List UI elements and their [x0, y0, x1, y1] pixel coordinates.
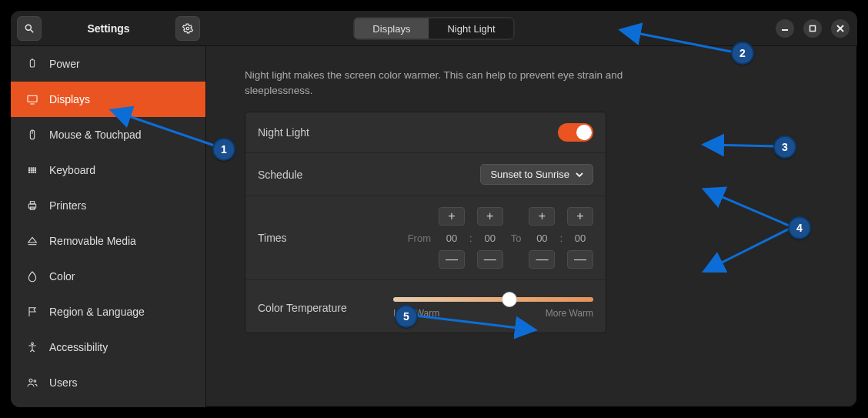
color-temp-slider-wrap: Less Warm More Warm	[370, 297, 593, 319]
hamburger-menu-button[interactable]	[175, 16, 200, 41]
eject-icon	[26, 235, 38, 247]
mouse-icon	[26, 129, 38, 141]
maximize-button[interactable]	[803, 19, 822, 38]
color-temp-label: Color Temperature	[258, 297, 347, 314]
titlebar: Settings Displays Night Light	[11, 11, 857, 46]
svg-point-33	[34, 380, 36, 383]
accessibility-icon	[26, 341, 38, 353]
svg-point-2	[186, 27, 189, 30]
svg-point-0	[25, 25, 31, 30]
from-hour-up[interactable]: +	[439, 207, 465, 226]
from-hour-val: 00	[439, 229, 465, 247]
to-label: To	[511, 232, 522, 244]
slider-thumb[interactable]	[502, 292, 517, 307]
tab-switcher: Displays Night Light	[353, 17, 514, 39]
slider-less-label: Less Warm	[393, 308, 439, 319]
svg-line-1	[31, 29, 34, 32]
search-icon	[24, 23, 35, 34]
svg-marker-28	[28, 237, 37, 242]
search-button[interactable]	[17, 16, 42, 41]
night-light-toggle[interactable]	[558, 123, 593, 142]
svg-rect-9	[28, 95, 37, 102]
schedule-selected: Sunset to Sunrise	[490, 169, 569, 180]
sidebar-item-region[interactable]: Region & Language	[11, 294, 205, 329]
to-hour-up[interactable]: +	[529, 207, 555, 226]
sidebar-item-mouse[interactable]: Mouse & Touchpad	[11, 117, 205, 152]
to-min-up[interactable]: +	[567, 207, 593, 226]
minimize-icon	[781, 25, 789, 32]
minimize-button[interactable]	[776, 19, 794, 38]
time-colon: :	[559, 232, 563, 244]
sidebar: Power Displays Mouse & Touchpad Keyboard…	[11, 46, 206, 407]
color-temp-slider[interactable]	[393, 297, 593, 302]
to-hour-val: 00	[529, 229, 555, 247]
times-label: Times	[258, 232, 287, 244]
sidebar-item-users[interactable]: Users	[11, 365, 205, 400]
close-button[interactable]	[831, 19, 850, 38]
flag-icon	[26, 306, 38, 318]
sidebar-item-label: Color	[49, 270, 75, 283]
gear-icon	[182, 23, 193, 34]
sidebar-item-removable-media[interactable]: Removable Media	[11, 223, 205, 259]
night-light-toggle-row: Night Light	[245, 112, 606, 153]
window-controls	[776, 19, 850, 38]
sidebar-item-label: Displays	[49, 93, 90, 105]
toggle-knob	[576, 125, 592, 140]
schedule-label: Schedule	[258, 169, 302, 181]
to-min-stepper: + 00 —	[567, 207, 593, 269]
power-icon	[26, 58, 38, 70]
sidebar-item-keyboard[interactable]: Keyboard	[11, 152, 205, 188]
to-time-group: + 00 — : + 00 —	[529, 207, 593, 269]
svg-point-19	[33, 169, 34, 170]
svg-rect-25	[28, 204, 35, 208]
settings-window: Settings Displays Night Light Po	[11, 11, 857, 407]
sidebar-item-color[interactable]: Color	[11, 259, 205, 294]
from-min-up[interactable]: +	[477, 207, 503, 226]
sidebar-item-displays[interactable]: Displays	[11, 82, 205, 117]
svg-point-13	[28, 168, 29, 169]
svg-rect-7	[30, 60, 34, 67]
sidebar-item-accessibility[interactable]: Accessibility	[11, 329, 205, 365]
tab-displays[interactable]: Displays	[354, 18, 429, 38]
time-colon: :	[469, 232, 472, 244]
from-hour-stepper: + 00 —	[439, 207, 465, 269]
sidebar-item-power[interactable]: Power	[11, 46, 205, 82]
sidebar-item-printers[interactable]: Printers	[11, 188, 205, 223]
svg-rect-4	[810, 25, 816, 31]
night-light-description: Night light makes the screen color warme…	[245, 68, 660, 98]
to-hour-stepper: + 00 —	[529, 207, 555, 269]
from-min-val: 00	[477, 229, 503, 247]
schedule-row: Schedule Sunset to Sunrise	[245, 153, 606, 196]
from-hour-down[interactable]: —	[439, 250, 465, 269]
color-icon	[26, 270, 38, 283]
slider-more-label: More Warm	[546, 308, 593, 319]
app-title: Settings	[87, 22, 129, 35]
times-controls: From + 00 — : + 00 —	[408, 207, 593, 269]
svg-point-32	[29, 379, 32, 382]
sidebar-item-label: Users	[49, 376, 78, 389]
svg-point-31	[32, 343, 34, 345]
slider-labels: Less Warm More Warm	[393, 308, 593, 319]
svg-point-14	[31, 168, 32, 169]
to-hour-down[interactable]: —	[529, 250, 555, 269]
schedule-dropdown[interactable]: Sunset to Sunrise	[480, 164, 593, 185]
display-icon	[26, 93, 38, 105]
svg-point-24	[35, 172, 35, 172]
tab-night-light[interactable]: Night Light	[429, 18, 513, 38]
svg-point-18	[31, 169, 32, 170]
svg-point-20	[35, 169, 35, 170]
night-light-label: Night Light	[258, 126, 309, 139]
from-min-down[interactable]: —	[477, 250, 503, 269]
keyboard-icon	[26, 164, 38, 176]
to-min-down[interactable]: —	[567, 250, 593, 269]
maximize-icon	[809, 25, 816, 32]
svg-point-16	[35, 168, 35, 169]
close-icon	[836, 25, 844, 32]
svg-point-17	[28, 169, 29, 170]
users-icon	[26, 376, 38, 389]
svg-point-15	[33, 168, 34, 169]
from-min-stepper: + 00 —	[477, 207, 503, 269]
color-temp-row: Color Temperature Less Warm More Warm	[245, 280, 606, 333]
to-min-val: 00	[567, 229, 593, 247]
window-body: Power Displays Mouse & Touchpad Keyboard…	[11, 46, 857, 407]
